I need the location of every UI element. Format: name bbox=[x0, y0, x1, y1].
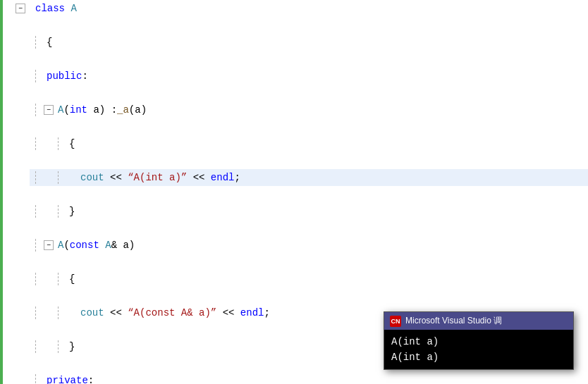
terminal-body: A(int a) A(int a) bbox=[384, 330, 573, 369]
code-line-7: } bbox=[30, 203, 588, 220]
code-line-4: − A(int a) :_a(a) bbox=[30, 101, 588, 118]
code-line-6: cout << “A(int a)” << endl ; bbox=[30, 169, 588, 186]
vs-icon: CN bbox=[390, 316, 401, 327]
terminal-popup: CN Microsoft Visual Studio 调 A(int a) A(… bbox=[384, 311, 574, 370]
code-line-1: − class A bbox=[30, 0, 588, 17]
collapse-btn-4[interactable]: − bbox=[44, 105, 54, 115]
terminal-line-1: A(int a) bbox=[391, 334, 566, 349]
code-line-9: { bbox=[30, 271, 588, 287]
code-line-5: { bbox=[30, 135, 588, 152]
code-line-8: − A(const A& a) bbox=[30, 237, 588, 254]
terminal-line-2: A(int a) bbox=[391, 349, 566, 365]
code-line-2: { bbox=[30, 34, 588, 51]
collapse-btn-1[interactable]: − bbox=[16, 4, 25, 13]
code-line-3: public: bbox=[30, 68, 588, 85]
code-line-12: private: bbox=[30, 372, 588, 384]
collapse-btn-8[interactable]: − bbox=[44, 240, 54, 250]
terminal-titlebar: CN Microsoft Visual Studio 调 bbox=[384, 312, 573, 330]
terminal-title: Microsoft Visual Studio 调 bbox=[405, 315, 502, 327]
